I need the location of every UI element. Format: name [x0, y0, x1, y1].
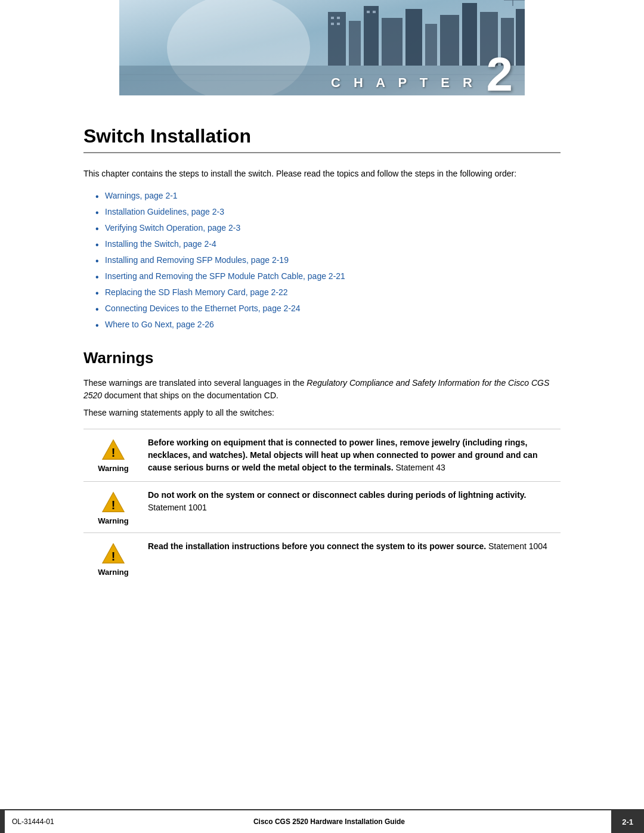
toc-item: Verifying Switch Operation, page 2-3: [95, 222, 561, 234]
toc-link-warnings[interactable]: Warnings, page 2-1: [105, 191, 178, 200]
page-title: Switch Installation: [83, 125, 561, 147]
toc-item: Connecting Devices to the Ethernet Ports…: [95, 302, 561, 315]
warning-icon-col-2: ! Warning: [83, 489, 143, 525]
warnings-intro-prefix: These warnings are translated into sever…: [83, 378, 306, 388]
svg-rect-7: [405, 9, 422, 66]
svg-rect-8: [425, 24, 437, 66]
svg-rect-15: [337, 17, 340, 19]
warning-icon-col-3: ! Warning: [83, 540, 143, 577]
warning-text-1: Before working on equipment that is conn…: [143, 436, 561, 474]
svg-rect-14: [331, 17, 334, 19]
toc-item: Replacing the SD Flash Memory Card, page…: [95, 286, 561, 299]
warning-triangle-icon-1: !: [101, 439, 125, 460]
toc-link-sd-flash[interactable]: Replacing the SD Flash Memory Card, page…: [105, 287, 288, 297]
warning-box-3: ! Warning Read the installation instruct…: [83, 532, 561, 584]
svg-rect-18: [367, 11, 370, 13]
toc-item: Installing the Switch, page 2-4: [95, 238, 561, 250]
toc-link-sfp-modules[interactable]: Installing and Removing SFP Modules, pag…: [105, 255, 289, 265]
svg-rect-10: [462, 3, 477, 66]
footer-left-accent: [0, 810, 5, 833]
warning-statement-num-1: Statement 43: [395, 463, 445, 472]
svg-rect-4: [349, 21, 361, 66]
warning-bold-text-3: Read the installation instructions befor…: [148, 541, 486, 551]
warning-icon-col-1: ! Warning: [83, 436, 143, 473]
footer-guide-title: Cisco CGS 2520 Hardware Installation Gui…: [54, 817, 604, 826]
warnings-section-title: Warnings: [83, 349, 561, 367]
svg-rect-16: [331, 23, 334, 25]
chapter-number: 2: [487, 51, 513, 95]
toc-list: Warnings, page 2-1 Installation Guidelin…: [95, 190, 561, 331]
toc-item: Warnings, page 2-1: [95, 190, 561, 202]
warning-text-3: Read the installation instructions befor…: [143, 540, 561, 553]
toc-link-ethernet-ports[interactable]: Connecting Devices to the Ethernet Ports…: [105, 304, 301, 313]
intro-paragraph: This chapter contains the steps to insta…: [83, 168, 561, 180]
footer-content: OL-31444-01 Cisco CGS 2520 Hardware Inst…: [5, 810, 611, 833]
svg-rect-19: [373, 11, 376, 13]
chapter-label: C H A P T E R: [331, 75, 477, 91]
footer-doc-number: OL-31444-01: [12, 817, 54, 826]
svg-rect-9: [440, 15, 459, 66]
warning-label-1: Warning: [98, 464, 129, 473]
toc-item: Inserting and Removing the SFP Module Pa…: [95, 270, 561, 283]
svg-text:!: !: [112, 550, 116, 563]
toc-item: Installing and Removing SFP Modules, pag…: [95, 254, 561, 267]
svg-rect-5: [364, 6, 379, 66]
toc-link-verifying-switch[interactable]: Verifying Switch Operation, page 2-3: [105, 223, 240, 233]
warning-bold-text-2: Do not work on the system or connect or …: [148, 490, 526, 500]
toc-item: Installation Guidelines, page 2-3: [95, 206, 561, 218]
toc-link-sfp-patch-cable[interactable]: Inserting and Removing the SFP Module Pa…: [105, 271, 345, 281]
warning-statement-num-3: Statement 1004: [488, 541, 547, 551]
warning-statement-num-2: Statement 1001: [148, 503, 207, 512]
svg-rect-17: [337, 23, 340, 25]
page-content: Switch Installation This chapter contain…: [0, 95, 644, 631]
title-divider: [83, 152, 561, 153]
svg-rect-6: [382, 18, 402, 66]
toc-link-installation-guidelines[interactable]: Installation Guidelines, page 2-3: [105, 207, 224, 216]
warnings-intro-2: These warning statements apply to all th…: [83, 407, 561, 419]
warning-triangle-icon-2: !: [101, 491, 125, 513]
warning-box-1: ! Warning Before working on equipment th…: [83, 429, 561, 481]
warning-label-3: Warning: [98, 568, 129, 577]
warnings-intro-1: These warnings are translated into sever…: [83, 377, 561, 402]
footer-page-number: 2-1: [611, 810, 644, 833]
toc-link-where-to-go-next[interactable]: Where to Go Next, page 2-26: [105, 320, 214, 329]
warning-triangle-icon-3: !: [101, 543, 125, 564]
svg-rect-3: [328, 12, 346, 66]
warning-text-2: Do not work on the system or connect or …: [143, 489, 561, 514]
toc-link-installing-switch[interactable]: Installing the Switch, page 2-4: [105, 239, 216, 249]
svg-rect-13: [516, 9, 525, 66]
warnings-intro-suffix: document that ships on the documentation…: [102, 391, 278, 400]
page-footer: OL-31444-01 Cisco CGS 2520 Hardware Inst…: [0, 809, 644, 833]
warning-box-2: ! Warning Do not work on the system or c…: [83, 481, 561, 532]
warning-label-2: Warning: [98, 516, 129, 525]
warning-bold-text-1: Before working on equipment that is conn…: [148, 438, 537, 472]
svg-text:!: !: [112, 446, 116, 459]
toc-item: Where to Go Next, page 2-26: [95, 318, 561, 331]
chapter-header: C H A P T E R 2: [119, 0, 525, 95]
svg-text:!: !: [112, 498, 116, 512]
